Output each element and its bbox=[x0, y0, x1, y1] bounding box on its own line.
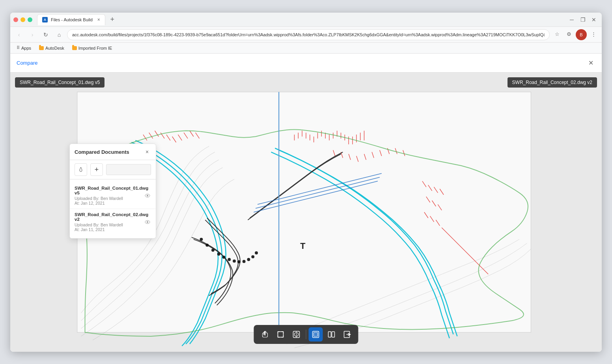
profile-btn[interactable]: B bbox=[576, 29, 587, 40]
restore-btn[interactable]: ❐ bbox=[578, 15, 588, 24]
panel-title: Compared Documents bbox=[75, 149, 129, 155]
address-icons: ☆ ⚙ B ⋮ bbox=[552, 29, 599, 40]
svg-point-76 bbox=[147, 221, 148, 223]
svg-point-59 bbox=[200, 238, 203, 241]
hand-icon bbox=[261, 330, 269, 338]
browser-window: A Files - Autodesk Build × + ─ ❐ ✕ ‹ › ↻… bbox=[10, 13, 602, 352]
svg-rect-82 bbox=[314, 332, 318, 336]
compared-documents-panel: Compared Documents × + SWR_Road_Rail bbox=[69, 144, 156, 239]
panel-toolbar: + bbox=[70, 160, 156, 179]
version-label-left: SWR_Road_Rail_Concept_01.dwg v5 bbox=[15, 77, 104, 88]
window-controls-right: ─ ❐ ✕ bbox=[567, 15, 599, 24]
tab-favicon: A bbox=[42, 17, 48, 22]
apps-label: Apps bbox=[21, 46, 31, 50]
close-btn[interactable]: ✕ bbox=[589, 15, 599, 24]
doc-uploaded-by-1: Uploaded By: Ben Wardell bbox=[75, 196, 151, 201]
doc-uploaded-by-2: Uploaded By: Ben Wardell bbox=[75, 222, 151, 227]
window-controls bbox=[13, 17, 32, 22]
svg-point-64 bbox=[228, 258, 231, 261]
exit-icon bbox=[343, 330, 351, 338]
folder-icon bbox=[39, 46, 44, 50]
new-tab-button[interactable]: + bbox=[107, 14, 118, 25]
exit-compare-btn[interactable] bbox=[340, 327, 355, 342]
doc-name-1: SWR_Road_Rail_Concept_01.dwg v5 bbox=[75, 186, 151, 195]
svg-text:T: T bbox=[300, 241, 305, 251]
doc-item-1: SWR_Road_Rail_Concept_01.dwg v5 Uploaded… bbox=[70, 183, 156, 209]
bookmark-apps[interactable]: ⠿ Apps bbox=[13, 45, 34, 51]
forward-btn[interactable]: › bbox=[27, 29, 38, 40]
home-btn[interactable]: ⌂ bbox=[54, 29, 65, 40]
svg-point-66 bbox=[237, 260, 241, 263]
menu-btn[interactable]: ⋮ bbox=[588, 29, 599, 39]
compare-icon bbox=[293, 330, 300, 338]
svg-point-74 bbox=[147, 195, 148, 196]
bookmark-star-btn[interactable]: ☆ bbox=[552, 29, 562, 39]
svg-rect-77 bbox=[278, 332, 284, 337]
extension-btn[interactable]: ⚙ bbox=[564, 29, 574, 39]
compare-close-btn[interactable]: ✕ bbox=[586, 58, 595, 68]
minimize-window-btn[interactable] bbox=[21, 17, 25, 22]
svg-point-60 bbox=[205, 244, 209, 247]
svg-point-69 bbox=[251, 255, 254, 258]
svg-rect-84 bbox=[332, 332, 335, 337]
svg-point-62 bbox=[217, 252, 220, 256]
doc-visibility-btn-1[interactable] bbox=[143, 191, 152, 200]
doc-name-2: SWR_Road_Rail_Concept_02.dwg v2 bbox=[75, 212, 151, 222]
add-tool-btn[interactable]: + bbox=[90, 163, 103, 176]
side-by-side-icon bbox=[328, 330, 336, 338]
bookmark-imported[interactable]: Imported From IE bbox=[69, 45, 116, 51]
address-bar: ‹ › ↻ ⌂ ☆ ⚙ B ⋮ bbox=[10, 27, 602, 43]
doc-uploaded-at-1: At: Jan 12, 2021 bbox=[75, 201, 151, 205]
svg-rect-83 bbox=[328, 332, 331, 337]
svg-point-63 bbox=[222, 256, 226, 259]
compare-header: Compare ✕ bbox=[10, 54, 602, 73]
tab-bar: A Files - Autodesk Build × + bbox=[37, 13, 567, 26]
overlay-tool-btn[interactable] bbox=[309, 327, 323, 342]
svg-point-67 bbox=[243, 260, 246, 263]
close-window-btn[interactable] bbox=[13, 17, 18, 22]
folder-icon-2 bbox=[72, 46, 77, 50]
pan-tool-btn[interactable] bbox=[258, 327, 272, 342]
compare-link[interactable]: Compare bbox=[17, 60, 37, 66]
panel-content: SWR_Road_Rail_Concept_01.dwg v5 Uploaded… bbox=[70, 179, 156, 238]
svg-point-70 bbox=[255, 251, 258, 254]
panel-header: Compared Documents × bbox=[70, 144, 156, 160]
doc-uploaded-at-2: At: Jan 11, 2021 bbox=[75, 227, 151, 232]
panel-close-btn[interactable]: × bbox=[143, 148, 151, 156]
version-label-right: SWR_Road_Rail_Concept_02.dwg v2 bbox=[508, 77, 597, 88]
drawing-viewport: T SWR_Road_Rail_Concept_01.dwg v5 SWR_Ro… bbox=[10, 73, 602, 352]
address-input[interactable] bbox=[67, 29, 550, 40]
bookmarks-bar: ⠿ Apps AutoDesk Imported From IE bbox=[10, 43, 602, 54]
doc-visibility-btn-2[interactable] bbox=[143, 218, 152, 226]
drop-tool-btn[interactable] bbox=[75, 163, 87, 176]
autodesk-label: AutoDesk bbox=[45, 46, 64, 50]
fit-tool-btn[interactable] bbox=[274, 327, 288, 342]
overlay-icon bbox=[312, 330, 320, 338]
bookmark-autodesk[interactable]: AutoDesk bbox=[36, 45, 67, 51]
toolbar-separator bbox=[306, 330, 306, 339]
title-bar: A Files - Autodesk Build × + ─ ❐ ✕ bbox=[10, 13, 602, 27]
minimize-btn[interactable]: ─ bbox=[567, 15, 577, 24]
doc-item-2: SWR_Road_Rail_Concept_02.dwg v2 Uploaded… bbox=[70, 209, 156, 235]
left-version-text: SWR_Road_Rail_Concept_01.dwg v5 bbox=[20, 80, 100, 85]
drop-icon bbox=[78, 166, 84, 173]
maximize-window-btn[interactable] bbox=[28, 17, 32, 22]
svg-point-68 bbox=[247, 258, 250, 261]
tab-close-icon[interactable]: × bbox=[97, 17, 100, 22]
eye-icon-1 bbox=[145, 194, 150, 198]
fit-icon bbox=[277, 330, 285, 338]
apps-icon: ⠿ bbox=[17, 45, 20, 50]
eye-icon-2 bbox=[145, 220, 150, 224]
main-content: Compare ✕ bbox=[10, 54, 602, 352]
imported-label: Imported From IE bbox=[78, 46, 112, 50]
back-btn[interactable]: ‹ bbox=[13, 29, 24, 40]
right-version-text: SWR_Road_Rail_Concept_02.dwg v2 bbox=[512, 80, 592, 85]
side-by-side-btn[interactable] bbox=[325, 327, 339, 342]
bottom-toolbar bbox=[254, 325, 358, 344]
svg-point-61 bbox=[211, 248, 215, 252]
compare-view-btn[interactable] bbox=[289, 327, 304, 342]
tab-title: Files - Autodesk Build bbox=[51, 17, 93, 22]
svg-point-65 bbox=[233, 259, 236, 263]
active-tab[interactable]: A Files - Autodesk Build × bbox=[37, 14, 105, 25]
reload-btn[interactable]: ↻ bbox=[40, 29, 51, 40]
